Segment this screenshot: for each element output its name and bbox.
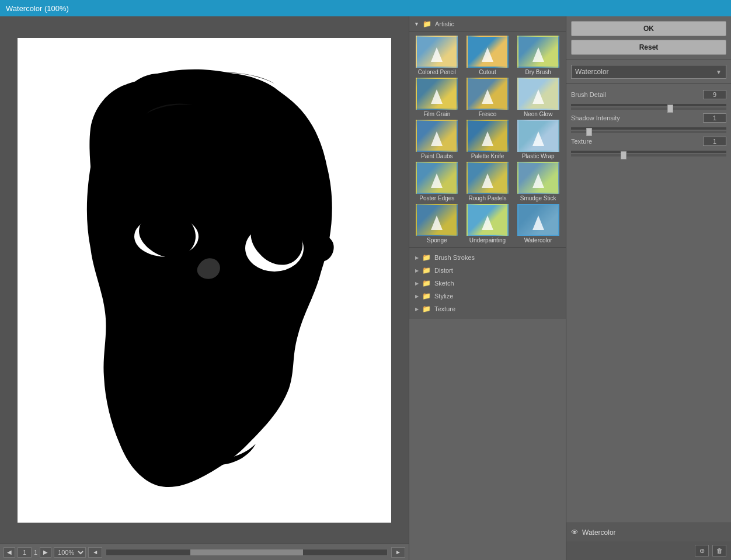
expand-icon: ▶: [415, 307, 419, 312]
filter-thumb-film-grain: [416, 78, 458, 110]
slider-input-brush-detail[interactable]: [571, 107, 726, 110]
slider-value-brush-detail[interactable]: [703, 90, 726, 99]
filter-item-underpainting[interactable]: Underpainting: [464, 204, 512, 244]
subcategory-label-distort: Distort: [434, 267, 453, 274]
scroll-right-btn[interactable]: ►: [391, 547, 405, 558]
main-layout: ◀ 1 1 ▶ 100% 75% 50% 200% ◄ ► ▼ 📁 Artist…: [0, 16, 731, 560]
slider-row-texture: Texture: [571, 137, 726, 153]
page-prev-btn[interactable]: ◀: [4, 547, 15, 558]
filter-label-poster-edges: Poster Edges: [419, 195, 454, 201]
slider-label-shadow-intensity: Shadow Intensity: [571, 114, 620, 121]
filter-thumb-rough-pastels: [467, 162, 509, 194]
subcategory-label-brush-strokes: Brush Strokes: [434, 254, 475, 261]
subcategory-distort[interactable]: ▶📁Distort: [409, 264, 566, 277]
filter-item-rough-pastels[interactable]: Rough Pastels: [464, 162, 512, 201]
slider-track-texture: [571, 151, 726, 153]
artistic-section-header[interactable]: ▼ 📁 Artistic: [409, 16, 566, 32]
filter-item-colored-pencil[interactable]: Colored Pencil: [413, 36, 461, 75]
filter-item-paint-daubs[interactable]: Paint Daubs: [413, 120, 461, 159]
zoom-select[interactable]: 100% 75% 50% 200%: [54, 547, 86, 558]
filter-item-smudge-stick[interactable]: Smudge Stick: [514, 162, 562, 201]
filter-item-neon-glow[interactable]: Neon Glow: [514, 78, 562, 117]
slider-input-texture[interactable]: [571, 154, 726, 156]
filter-label-sponge: Sponge: [427, 237, 447, 244]
expand-icon: ▶: [415, 294, 419, 299]
filter-panel: ▼ 📁 Artistic Colored PencilCutoutDry Bru…: [409, 16, 566, 560]
folder-icon: 📁: [423, 20, 431, 28]
filter-thumb-smudge-stick: [517, 162, 559, 194]
add-layer-btn[interactable]: ⊕: [695, 545, 709, 556]
canvas-area: ◀ 1 1 ▶ 100% 75% 50% 200% ◄ ►: [0, 16, 409, 560]
settings-top: OK Reset: [566, 16, 731, 60]
delete-layer-btn[interactable]: 🗑: [712, 545, 726, 556]
slider-header-shadow-intensity: Shadow Intensity: [571, 113, 726, 123]
filter-item-plastic-wrap[interactable]: Plastic Wrap: [514, 120, 562, 159]
expand-icon: ▶: [415, 268, 419, 273]
filter-item-watercolor[interactable]: Watercolor: [514, 204, 562, 244]
slider-header-texture: Texture: [571, 137, 726, 146]
eye-icon[interactable]: 👁: [571, 528, 579, 537]
sub-categories: ▶📁Brush Strokes▶📁Distort▶📁Sketch▶📁Styliz…: [409, 247, 566, 319]
filter-thumb-palette-knife: [467, 120, 509, 152]
layer-effect-name: Watercolor: [582, 528, 616, 537]
filter-item-cutout[interactable]: Cutout: [464, 36, 512, 75]
expand-icon: ▶: [415, 281, 419, 286]
filter-thumb-fresco: [467, 78, 509, 110]
subcategory-brush-strokes[interactable]: ▶📁Brush Strokes: [409, 251, 566, 264]
filter-item-film-grain[interactable]: Film Grain: [413, 78, 461, 117]
slider-value-shadow-intensity[interactable]: [703, 113, 726, 123]
filter-thumb-sponge: [416, 204, 458, 236]
slider-input-shadow-intensity[interactable]: [571, 131, 726, 133]
slider-row-shadow-intensity: Shadow Intensity: [571, 113, 726, 130]
filter-item-sponge[interactable]: Sponge: [413, 204, 461, 244]
app-title: Watercolor (100%): [6, 4, 69, 13]
folder-icon: 📁: [422, 292, 431, 300]
filter-item-poster-edges[interactable]: Poster Edges: [413, 162, 461, 201]
filter-label-cutout: Cutout: [479, 69, 496, 75]
scrollbar-track[interactable]: [106, 549, 388, 556]
filter-grid: Colored PencilCutoutDry BrushFilm GrainF…: [409, 32, 566, 247]
slider-track-brush-detail: [571, 104, 726, 106]
page-number-input[interactable]: 1: [18, 547, 32, 558]
effect-dropdown[interactable]: WatercolorDry BrushFilm GrainFrescoNeon …: [571, 65, 726, 79]
layer-actions: ⊕ 🗑: [566, 541, 731, 560]
scroll-left-btn[interactable]: ◄: [88, 547, 102, 558]
subcategory-sketch[interactable]: ▶📁Sketch: [409, 277, 566, 290]
canvas-wrapper: [0, 16, 409, 544]
sliders-container: Brush DetailShadow IntensityTexture: [566, 84, 731, 159]
filter-thumb-colored-pencil: [416, 36, 458, 68]
canvas-inner: [18, 38, 391, 523]
slider-value-texture[interactable]: [703, 137, 726, 146]
effect-dropdown-wrapper: WatercolorDry BrushFilm GrainFrescoNeon …: [571, 65, 726, 79]
filter-thumb-paint-daubs: [416, 120, 458, 152]
filter-thumb-cutout: [467, 36, 509, 68]
canvas-bottom-bar: ◀ 1 1 ▶ 100% 75% 50% 200% ◄ ►: [0, 544, 409, 560]
effect-dropdown-container: WatercolorDry BrushFilm GrainFrescoNeon …: [566, 60, 731, 84]
subcategory-label-texture: Texture: [434, 305, 455, 312]
reset-button[interactable]: Reset: [571, 40, 726, 55]
folder-icon: 📁: [422, 279, 431, 287]
filter-label-colored-pencil: Colored Pencil: [418, 69, 456, 75]
filter-label-palette-knife: Palette Knife: [471, 153, 504, 159]
filter-thumb-neon-glow: [517, 78, 559, 110]
filter-item-fresco[interactable]: Fresco: [464, 78, 512, 117]
effect-layer: 👁 Watercolor ⊕ 🗑: [566, 523, 731, 560]
scrollbar-thumb[interactable]: [190, 549, 302, 555]
filter-thumb-dry-brush: [517, 36, 559, 68]
subcategory-texture[interactable]: ▶📁Texture: [409, 302, 566, 315]
filter-item-palette-knife[interactable]: Palette Knife: [464, 120, 512, 159]
filter-label-underpainting: Underpainting: [469, 237, 506, 244]
effect-layer-header: 👁 Watercolor: [566, 523, 731, 541]
subcategory-label-sketch: Sketch: [434, 280, 454, 287]
ok-button[interactable]: OK: [571, 21, 726, 36]
filter-thumb-plastic-wrap: [517, 120, 559, 152]
filter-item-dry-brush[interactable]: Dry Brush: [514, 36, 562, 75]
subcategory-label-stylize: Stylize: [434, 293, 453, 300]
expand-icon: ▶: [415, 255, 419, 260]
filter-thumb-poster-edges: [416, 162, 458, 194]
filter-thumb-watercolor: [517, 204, 559, 236]
page-next-btn[interactable]: ▶: [40, 547, 51, 558]
filter-label-fresco: Fresco: [479, 111, 497, 117]
folder-icon: 📁: [422, 253, 431, 262]
subcategory-stylize[interactable]: ▶📁Stylize: [409, 290, 566, 302]
